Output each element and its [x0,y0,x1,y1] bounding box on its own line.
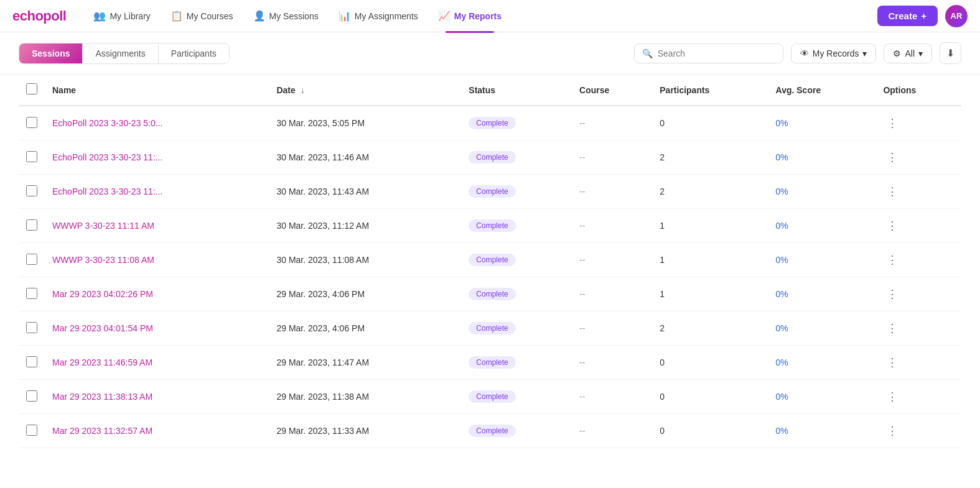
row-checkbox-3[interactable] [26,219,37,231]
session-name-link[interactable]: WWWP 3-30-23 11:11 AM [52,221,154,231]
header-avg-score: Avg. Score [768,75,876,106]
nav-items: 👥 My Library 📋 My Courses 👤 My Sessions … [85,5,877,27]
my-records-filter[interactable]: 👁 My Records ▾ [791,44,877,63]
row-checkbox-cell [19,380,45,414]
row-date: 30 Mar. 2023, 11:43 AM [269,175,461,209]
row-checkbox-5[interactable] [26,288,37,299]
row-avg-score: 0% [768,106,876,140]
avatar[interactable]: AR [945,5,968,27]
tab-sessions[interactable]: Sessions [19,44,83,63]
options-menu-button[interactable]: ⋮ [883,115,902,131]
row-options: ⋮ [875,277,961,311]
row-date: 29 Mar. 2023, 11:33 AM [269,414,461,448]
row-date: 30 Mar. 2023, 11:08 AM [269,243,461,277]
options-menu-button[interactable]: ⋮ [883,218,902,234]
row-checkbox-0[interactable] [26,117,37,128]
row-options: ⋮ [875,209,961,243]
session-name-link[interactable]: EchoPoll 2023 3-30-23 11:... [52,152,162,162]
courses-icon: 📋 [170,10,183,22]
nav-item-my-courses[interactable]: 📋 My Courses [162,5,242,27]
row-avg-score: 0% [768,175,876,209]
select-all-checkbox[interactable] [26,83,37,94]
row-avg-score: 0% [768,140,876,175]
table-row: WWWP 3-30-23 11:11 AM 30 Mar. 2023, 11:1… [19,209,961,243]
row-date: 30 Mar. 2023, 5:05 PM [269,106,461,140]
table-row: EchoPoll 2023 3-30-23 11:... 30 Mar. 202… [19,175,961,209]
options-menu-button[interactable]: ⋮ [883,252,902,268]
row-name: Mar 29 2023 11:46:59 AM [45,346,269,380]
row-participants: 0 [652,106,768,140]
status-badge: Complete [469,185,515,198]
nav-item-my-assignments[interactable]: 📊 My Assignments [330,5,427,27]
row-date: 30 Mar. 2023, 11:12 AM [269,209,461,243]
row-course: -- [572,277,652,311]
search-input[interactable] [658,48,775,58]
create-button[interactable]: Create + [877,6,938,26]
row-checkbox-1[interactable] [26,151,37,162]
row-checkbox-cell [19,209,45,243]
session-name-link[interactable]: Mar 29 2023 04:01:54 PM [52,323,153,333]
header-date[interactable]: Date ↓ [269,75,461,106]
row-checkbox-4[interactable] [26,254,37,265]
row-status: Complete [461,106,572,140]
row-checkbox-cell [19,414,45,448]
row-checkbox-cell [19,346,45,380]
search-icon: 🔍 [642,48,653,58]
row-name: EchoPoll 2023 3-30-23 5:0... [45,106,269,140]
nav-item-my-sessions[interactable]: 👤 My Sessions [245,5,327,27]
session-name-link[interactable]: Mar 29 2023 11:32:57 AM [52,426,152,436]
row-avg-score: 0% [768,380,876,414]
session-name-link[interactable]: Mar 29 2023 11:46:59 AM [52,357,152,367]
row-name: WWWP 3-30-23 11:08 AM [45,243,269,277]
row-status: Complete [461,243,572,277]
row-options: ⋮ [875,140,961,175]
table-header: Name Date ↓ Status Course Participants A… [19,75,961,106]
all-filter[interactable]: ⚙ All ▾ [884,44,932,63]
reports-icon: 📈 [438,10,450,22]
nav-item-my-reports[interactable]: 📈 My Reports [429,5,510,27]
plus-icon: + [921,11,926,21]
table-row: Mar 29 2023 11:38:13 AM 29 Mar. 2023, 11… [19,380,961,414]
row-checkbox-8[interactable] [26,390,37,402]
session-name-link[interactable]: Mar 29 2023 04:02:26 PM [52,289,153,299]
options-menu-button[interactable]: ⋮ [883,354,902,371]
row-checkbox-cell [19,243,45,277]
download-button[interactable]: ⬇ [940,42,961,64]
row-participants: 1 [652,209,768,243]
session-name-link[interactable]: EchoPoll 2023 3-30-23 11:... [52,186,162,196]
row-course: -- [572,311,652,346]
nav-item-my-library[interactable]: 👥 My Library [85,5,159,27]
sub-header: Sessions Assignments Participants 🔍 👁 My… [0,32,980,75]
row-options: ⋮ [875,243,961,277]
nav-label-my-courses: My Courses [187,11,233,21]
session-name-link[interactable]: EchoPoll 2023 3-30-23 5:0... [52,118,162,128]
create-label: Create [889,11,918,21]
nav-label-my-sessions: My Sessions [269,11,319,21]
row-date: 29 Mar. 2023, 11:47 AM [269,346,461,380]
tab-assignments[interactable]: Assignments [83,44,158,63]
row-checkbox-2[interactable] [26,185,37,196]
row-status: Complete [461,175,572,209]
table-body: EchoPoll 2023 3-30-23 5:0... 30 Mar. 202… [19,106,961,448]
row-checkbox-cell [19,311,45,346]
options-menu-button[interactable]: ⋮ [883,423,902,439]
session-name-link[interactable]: WWWP 3-30-23 11:08 AM [52,255,154,265]
row-checkbox-6[interactable] [26,322,37,333]
sessions-icon: 👤 [253,10,266,22]
session-name-link[interactable]: Mar 29 2023 11:38:13 AM [52,392,152,402]
row-checkbox-7[interactable] [26,356,37,367]
options-menu-button[interactable]: ⋮ [883,286,902,302]
options-menu-button[interactable]: ⋮ [883,389,902,405]
tab-participants[interactable]: Participants [159,44,229,63]
options-menu-button[interactable]: ⋮ [883,183,902,200]
row-avg-score: 0% [768,346,876,380]
options-menu-button[interactable]: ⋮ [883,149,902,165]
row-participants: 2 [652,140,768,175]
search-box: 🔍 [634,44,783,63]
row-checkbox-9[interactable] [26,425,37,436]
row-name: Mar 29 2023 11:38:13 AM [45,380,269,414]
row-status: Complete [461,414,572,448]
options-menu-button[interactable]: ⋮ [883,320,902,336]
row-course: -- [572,209,652,243]
row-participants: 1 [652,243,768,277]
